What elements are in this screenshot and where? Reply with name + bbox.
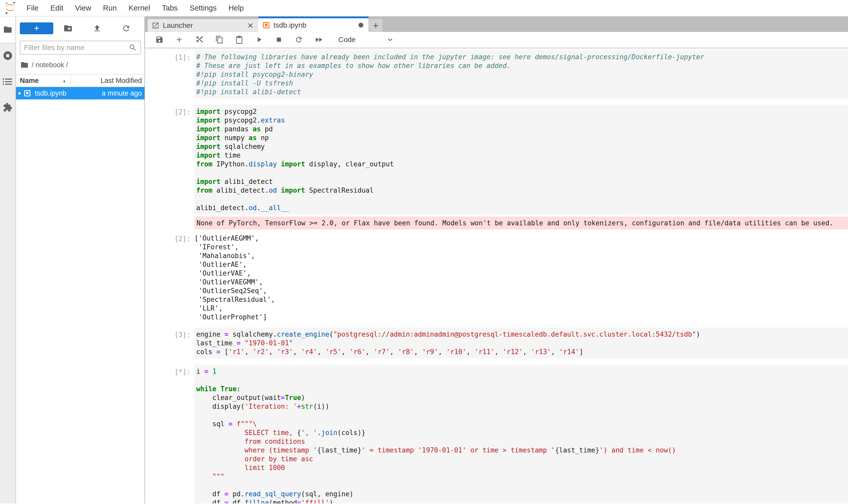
code-cell: [2]:import psycopg2import psycopg2.extra… [145, 105, 848, 215]
sidebar-tab-toc[interactable] [3, 78, 13, 86]
sidebar-tab-extensions[interactable] [3, 103, 13, 112]
cell-editor[interactable]: engine = sqlalchemy.create_engine("postg… [194, 328, 848, 359]
copy-cells-button[interactable] [215, 36, 223, 44]
tab-notebook[interactable]: tsdb.ipynb [258, 17, 368, 32]
cell-prompt: [*]: [145, 365, 194, 503]
list-icon [3, 78, 13, 86]
menu-help[interactable]: Help [222, 4, 250, 12]
cell-editor[interactable]: i = 1 while True: clear_output(wait=True… [194, 365, 848, 503]
cell-prompt: [1]: [145, 50, 194, 98]
run-cell-button[interactable] [255, 36, 263, 44]
notebook-tab-icon [263, 21, 270, 29]
file-modified: a minute ago [102, 89, 144, 97]
menu-kernel[interactable]: Kernel [123, 4, 156, 12]
tab-notebook-label: tsdb.ipynb [273, 21, 359, 29]
cell-type-dropdown[interactable]: Code [338, 36, 356, 44]
file-list-header: Name ▲ Last Modified [16, 74, 144, 87]
notebook-cells: [1]:# The following libraries have alrea… [145, 48, 848, 503]
menu-file[interactable]: File [21, 4, 44, 12]
cell-prompt: [2]: [145, 105, 194, 215]
scissors-icon [195, 35, 204, 44]
paste-cells-button[interactable] [235, 36, 243, 44]
search-icon [129, 43, 137, 52]
filter-files-input[interactable]: Filter files by name [20, 41, 141, 55]
breadcrumb-path: / notebook / [32, 61, 68, 69]
name-column-label: Name [20, 77, 39, 85]
tab-bar: Launcher ✕ tsdb.ipynb + [145, 17, 848, 32]
column-header-modified[interactable]: Last Modified [70, 75, 144, 87]
new-tab-button[interactable]: + [369, 19, 382, 32]
file-name: tsdb.ipynb [35, 89, 102, 97]
puzzle-icon [3, 103, 13, 112]
clipboard-icon [235, 36, 243, 44]
stop-icon [275, 36, 283, 44]
output-text: ['OutlierAEGMM', 'IForest', 'Mahalanobis… [194, 232, 848, 321]
close-tab-icon[interactable]: ✕ [246, 21, 255, 30]
main-workspace: Launcher ✕ tsdb.ipynb + [145, 17, 848, 503]
new-folder-icon [64, 24, 73, 33]
cell-prompt [145, 217, 194, 230]
file-row-tsdb[interactable]: tsdb.ipynb a minute ago [16, 87, 144, 100]
cut-cells-button[interactable] [195, 35, 204, 44]
tab-launcher[interactable]: Launcher ✕ [147, 19, 258, 32]
code-cell: [*]:i = 1 while True: clear_output(wait=… [145, 365, 848, 503]
copy-icon [215, 36, 223, 44]
save-icon [155, 36, 164, 44]
unsaved-changes-dot [359, 23, 363, 28]
insert-cell-button[interactable] [175, 36, 183, 44]
execute-result: [2]:['OutlierAEGMM', 'IForest', 'Mahalan… [145, 232, 848, 321]
upload-button[interactable] [83, 24, 111, 33]
breadcrumb[interactable]: / notebook / [16, 55, 144, 74]
home-folder-icon [20, 61, 29, 69]
tab-launcher-label: Launcher [163, 21, 246, 30]
cell-editor[interactable]: import psycopg2import psycopg2.extrasimp… [194, 105, 848, 215]
new-folder-button[interactable] [53, 24, 83, 33]
stop-circle-icon [3, 51, 13, 61]
restart-icon [294, 36, 303, 44]
launcher-icon [152, 22, 159, 29]
sidebar-tab-strip [0, 17, 16, 503]
jupyter-logo-icon [4, 1, 17, 15]
menu-tabs[interactable]: Tabs [156, 4, 184, 12]
code-cell: [3]:engine = sqlalchemy.create_engine("p… [145, 328, 848, 359]
sort-caret-icon: ▲ [62, 78, 66, 83]
restart-kernel-button[interactable] [294, 36, 303, 44]
play-icon [255, 36, 263, 44]
running-indicator-dot [18, 92, 21, 94]
restart-run-all-button[interactable] [314, 35, 323, 44]
menu-run[interactable]: Run [97, 4, 123, 12]
filter-placeholder: Filter files by name [24, 43, 85, 52]
cell-prompt: [3]: [145, 328, 194, 359]
new-launcher-button[interactable]: + [20, 22, 53, 34]
file-browser-panel: + Filter files by name [16, 17, 145, 503]
notebook-file-icon [23, 89, 31, 97]
menu-view[interactable]: View [69, 4, 97, 12]
interrupt-kernel-button[interactable] [275, 36, 283, 44]
fast-forward-icon [314, 35, 323, 44]
sidebar-tab-running[interactable] [3, 51, 13, 61]
menu-edit[interactable]: Edit [44, 4, 69, 12]
file-browser-toolbar: + [16, 17, 144, 39]
menu-bar: File Edit View Run Kernel Tabs Settings … [0, 0, 848, 17]
plus-icon [175, 36, 183, 44]
refresh-icon [122, 24, 130, 33]
sidebar-tab-filebrowser[interactable] [0, 17, 15, 43]
stderr-text: None of PyTorch, TensorFlow >= 2.0, or F… [194, 217, 848, 230]
menu-settings[interactable]: Settings [184, 4, 222, 12]
column-header-name[interactable]: Name ▲ [16, 75, 70, 87]
folder-icon [3, 25, 12, 34]
refresh-button[interactable] [112, 24, 141, 33]
upload-icon [93, 24, 102, 33]
chevron-down-icon[interactable] [386, 36, 394, 43]
code-cell: [1]:# The following libraries have alrea… [145, 50, 848, 98]
stderr-output: None of PyTorch, TensorFlow >= 2.0, or F… [145, 217, 848, 230]
notebook-toolbar: Code [145, 32, 848, 48]
cell-prompt: [2]: [145, 232, 194, 321]
cell-editor[interactable]: # The following libraries have already b… [194, 50, 848, 98]
save-button[interactable] [155, 36, 164, 44]
